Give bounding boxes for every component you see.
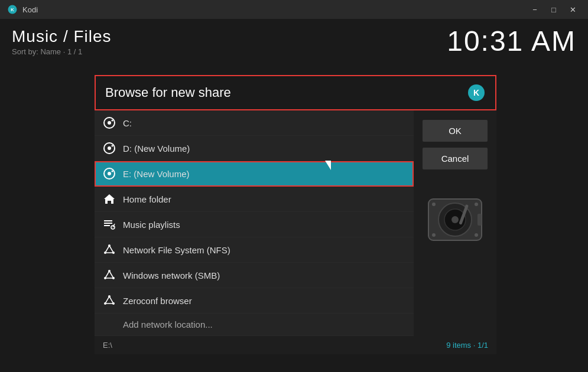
network-icon bbox=[103, 243, 116, 256]
clock-display: 10:31 AM bbox=[447, 25, 576, 57]
current-path: E:\ bbox=[103, 341, 112, 350]
svg-point-12 bbox=[112, 171, 113, 172]
svg-rect-14 bbox=[104, 223, 112, 224]
item-label: Zeroconf browser bbox=[123, 296, 192, 306]
window-controls: − □ ✕ bbox=[527, 4, 581, 15]
minimize-button[interactable]: − bbox=[527, 4, 543, 15]
list-item[interactable]: Music playlists bbox=[95, 212, 414, 237]
network-icon bbox=[103, 269, 116, 282]
file-list: C: D: (New Volume) bbox=[95, 110, 414, 336]
maximize-button[interactable]: □ bbox=[545, 4, 562, 15]
item-count: 9 items · 1/1 bbox=[446, 341, 488, 350]
dialog-body: C: D: (New Volume) bbox=[95, 110, 496, 336]
cancel-button[interactable]: Cancel bbox=[423, 148, 488, 169]
browse-dialog: Browse for new share K C: bbox=[95, 75, 496, 354]
svg-rect-15 bbox=[104, 225, 110, 226]
svg-point-44 bbox=[475, 233, 478, 237]
svg-point-41 bbox=[432, 203, 436, 206]
svg-line-33 bbox=[105, 296, 109, 304]
item-label: Home folder bbox=[123, 194, 171, 204]
kodi-dialog-icon: K bbox=[467, 83, 486, 102]
item-label: D: (New Volume) bbox=[123, 143, 190, 154]
svg-point-6 bbox=[112, 120, 113, 122]
drive-icon bbox=[103, 142, 116, 155]
list-item[interactable]: Home folder bbox=[95, 187, 414, 212]
svg-point-9 bbox=[112, 145, 113, 147]
item-label: Music playlists bbox=[123, 220, 180, 230]
list-item-selected[interactable]: E: (New Volume) bbox=[95, 161, 414, 187]
dialog-header: Browse for new share K bbox=[95, 75, 496, 110]
home-icon bbox=[103, 192, 116, 205]
svg-line-27 bbox=[105, 271, 109, 278]
hdd-illustration bbox=[420, 187, 490, 252]
main-area: Music / Files Sort by: Name · 1 / 1 10:3… bbox=[0, 19, 588, 372]
svg-line-34 bbox=[109, 296, 113, 304]
title-bar: K Kodi − □ ✕ bbox=[0, 0, 588, 19]
list-item[interactable]: C: bbox=[95, 110, 414, 136]
playlist-icon bbox=[103, 218, 116, 231]
svg-point-42 bbox=[475, 203, 478, 206]
item-label: Add network location... bbox=[103, 319, 213, 329]
dialog-side-panel: OK Cancel bbox=[414, 110, 496, 336]
item-label: Network File System (NFS) bbox=[123, 245, 230, 255]
svg-point-39 bbox=[451, 216, 459, 223]
drive-icon bbox=[103, 167, 116, 180]
svg-rect-45 bbox=[477, 214, 482, 226]
kodi-logo-icon: K bbox=[7, 4, 18, 15]
svg-text:K: K bbox=[473, 88, 479, 97]
svg-line-21 bbox=[105, 246, 109, 253]
list-item[interactable]: Windows network (SMB) bbox=[95, 263, 414, 288]
app-title: Kodi bbox=[22, 5, 38, 14]
svg-line-22 bbox=[109, 246, 113, 253]
svg-point-5 bbox=[108, 121, 111, 125]
svg-text:K: K bbox=[11, 7, 14, 12]
drive-icon bbox=[103, 116, 116, 129]
network-icon bbox=[103, 294, 116, 307]
list-item[interactable]: D: (New Volume) bbox=[95, 136, 414, 161]
ok-button[interactable]: OK bbox=[423, 120, 488, 142]
list-item[interactable]: Network File System (NFS) bbox=[95, 237, 414, 263]
dialog-title: Browse for new share bbox=[105, 85, 231, 100]
item-label: E: (New Volume) bbox=[123, 169, 190, 179]
hdd-icon bbox=[425, 190, 485, 249]
title-bar-left: K Kodi bbox=[7, 4, 38, 15]
close-button[interactable]: ✕ bbox=[564, 4, 581, 15]
svg-rect-13 bbox=[104, 220, 112, 221]
item-label: C: bbox=[123, 118, 132, 128]
item-label: Windows network (SMB) bbox=[123, 270, 220, 280]
dialog-footer: E:\ 9 items · 1/1 bbox=[95, 336, 496, 354]
add-network-location[interactable]: Add network location... bbox=[95, 314, 414, 336]
svg-line-28 bbox=[109, 271, 113, 278]
svg-point-8 bbox=[108, 146, 111, 150]
list-item[interactable]: Zeroconf browser bbox=[95, 288, 414, 314]
svg-point-11 bbox=[108, 172, 111, 175]
svg-point-43 bbox=[432, 233, 436, 237]
